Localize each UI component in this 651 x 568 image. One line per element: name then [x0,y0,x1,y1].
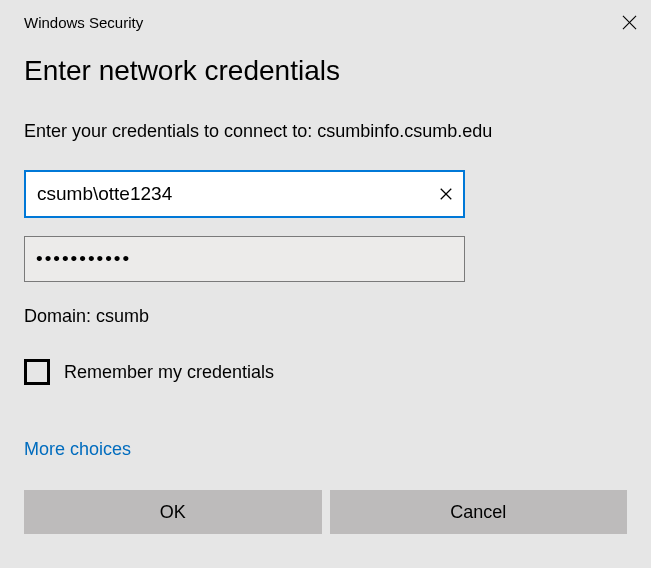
dialog-subtext: Enter your credentials to connect to: cs… [24,121,627,142]
dialog-heading: Enter network credentials [24,55,627,87]
dialog-content: Enter network credentials Enter your cre… [0,39,651,558]
password-input[interactable] [24,236,465,282]
ok-button[interactable]: OK [24,490,322,534]
titlebar: Windows Security [0,0,651,39]
username-wrap [24,170,465,218]
button-row: OK Cancel [24,490,627,534]
titlebar-title: Windows Security [24,14,143,31]
domain-text: Domain: csumb [24,306,627,327]
clear-input-icon[interactable] [439,187,453,201]
remember-checkbox[interactable] [24,359,50,385]
cancel-button[interactable]: Cancel [330,490,628,534]
remember-row[interactable]: Remember my credentials [24,359,627,385]
more-choices-link[interactable]: More choices [24,439,131,460]
username-input[interactable] [24,170,465,218]
close-icon[interactable] [622,15,637,30]
remember-label: Remember my credentials [64,362,274,383]
